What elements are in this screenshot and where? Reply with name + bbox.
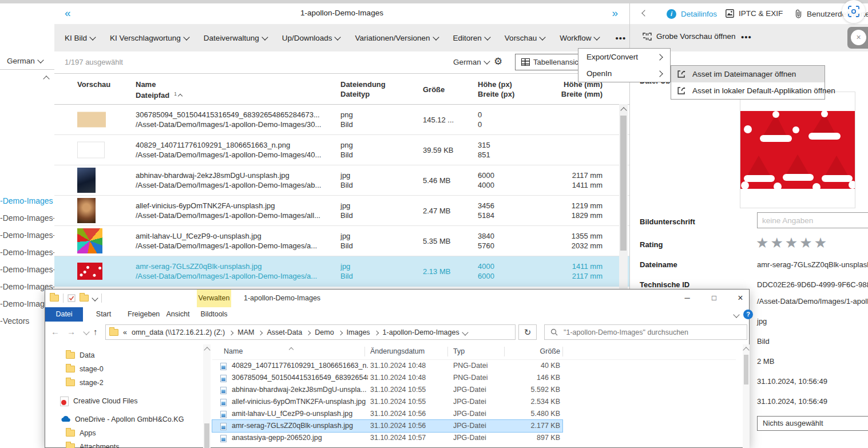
folder-icon[interactable] <box>50 295 59 302</box>
star-icon[interactable]: ★ <box>799 235 814 251</box>
customize-qat-icon[interactable] <box>92 295 98 301</box>
minimize-button[interactable]: ─ <box>677 290 697 306</box>
menu-variationen-versionen[interactable]: Variationen/Versionen <box>355 34 438 42</box>
manage-ribbon-tab[interactable]: Verwalten <box>197 290 231 307</box>
file-row[interactable]: 40829_140711776109291_1806651663_n.png31… <box>212 360 562 372</box>
refresh-button[interactable]: ↻ <box>518 324 537 340</box>
scrollbar-thumb[interactable] <box>204 423 209 448</box>
tab-iptc-exif[interactable]: IPTC & EXIF <box>726 9 783 18</box>
sidebar-itemdemo-images-v[interactable]: -Demo-Images-V <box>0 261 54 278</box>
collapsed-crumbs[interactable]: « <box>123 328 127 336</box>
menu-workflow[interactable]: Workflow <box>560 34 599 42</box>
scrollbar-thumb[interactable] <box>744 355 748 384</box>
toolbar-language-select[interactable]: German <box>453 58 489 66</box>
file-row[interactable]: amr-serag-7GLsZZ0qBlk-unsplash.jpg31.10.… <box>212 420 562 432</box>
table-row[interactable]: amit-lahav-LU_fCezP9-o-unsplash.jpg/Asse… <box>54 226 629 256</box>
column-header-type[interactable]: Typ <box>453 347 465 355</box>
file-row[interactable]: abhinav-bhardwaj-2ekzJ8smDgU-unspla...31… <box>212 384 562 396</box>
column-header-groesse[interactable]: Größe <box>423 85 475 94</box>
close-button[interactable]: × <box>731 290 750 306</box>
selection-dropdown[interactable]: Nichts ausgewählt <box>757 416 868 431</box>
tree-item-creative-cloud-files[interactable]: Creative Cloud Files <box>60 395 138 407</box>
submenu-item-asset-im-dateimanager-öffnen[interactable]: Asset im Dateimanager öffnen <box>671 66 825 82</box>
menu-vorschau[interactable]: Vorschau <box>505 34 545 42</box>
close-panel-button[interactable]: × <box>847 27 868 49</box>
star-icon[interactable]: ★ <box>770 235 784 251</box>
file-row[interactable]: anastasiya-gepp-206520.jpg31.10.2024 10:… <box>212 432 562 444</box>
explorer-titlebar[interactable]: Verwalten 1-apollon-Demo-Images ─ □ × <box>45 290 749 307</box>
rating-stars[interactable]: ★★★★★ <box>756 235 829 251</box>
breadcrumb-segment[interactable]: omn_data (\\172.16.21.2) (Z:) <box>132 328 225 336</box>
column-header-vorschau[interactable]: Vorschau <box>77 80 107 89</box>
explorer-search-input[interactable]: "1-apollon-Demo-Images" durchsuchen <box>544 324 747 340</box>
tab-detailinfos[interactable]: iDetailinfos <box>667 9 717 19</box>
ribbon-tab-start[interactable]: Start <box>91 307 116 322</box>
screen-capture-button[interactable] <box>842 0 865 23</box>
forward-icon[interactable]: → <box>67 327 76 336</box>
breadcrumb-segment[interactable]: 1-apollon-Demo-Images <box>383 328 459 336</box>
ribbon-tab-bildtools[interactable]: Bildtools <box>197 307 231 322</box>
star-icon[interactable]: ★ <box>814 235 829 251</box>
table-row[interactable]: 306785094_501504415316549_68392654865284… <box>54 105 629 135</box>
help-button[interactable]: ? <box>743 310 753 319</box>
scroll-up-icon[interactable] <box>204 347 210 353</box>
table-row[interactable]: allef-vinicius-6ypOmTNK2FA-unsplash.jpg/… <box>54 196 629 226</box>
maximize-button[interactable]: □ <box>704 290 724 306</box>
next-collection-button[interactable]: » <box>612 7 618 19</box>
sidebar-itemdemo-images-f[interactable]: -Demo-Images-F <box>0 209 54 227</box>
address-dropdown-icon[interactable] <box>462 329 468 335</box>
file-row[interactable]: 306785094_501504415316549_6839265486...3… <box>212 372 562 384</box>
ribbon-tab-ansicht[interactable]: Ansicht <box>165 307 191 322</box>
gear-icon[interactable]: ⚙ <box>494 55 502 68</box>
tree-item-stage-2[interactable]: stage-2 <box>66 376 104 389</box>
tree-item-apps[interactable]: Apps <box>66 427 96 439</box>
address-bar[interactable]: « omn_data (\\172.16.21.2) (Z:)MAMAsset-… <box>105 324 516 340</box>
menu-more-button[interactable]: ••• <box>615 33 626 43</box>
tree-item-data[interactable]: Data <box>66 349 94 362</box>
menu-ki-verschlagwortung[interactable]: KI Verschlagwortung <box>110 34 189 42</box>
breadcrumb-segment[interactable]: Asset-Data <box>267 328 302 336</box>
tree-scrollbar[interactable] <box>203 344 211 448</box>
table-row[interactable]: abhinav-bhardwaj-2ekzJ8smDgU-unsplash.jp… <box>54 165 629 196</box>
submenu-item-asset-in-lokaler-default-applikation-öffnen[interactable]: Asset in lokaler Default-Applikation öff… <box>671 82 825 99</box>
star-icon[interactable]: ★ <box>785 235 799 251</box>
sidebar-itemdemo-images-l[interactable]: -Demo-Images-L <box>0 244 54 261</box>
tree-item-attachments[interactable]: Attachments <box>66 441 119 448</box>
breadcrumb-segment[interactable]: Demo <box>315 328 334 336</box>
history-dropdown-icon[interactable] <box>83 328 89 335</box>
open-rough-preview-button[interactable]: Grobe Vorschau öffnen <box>643 32 736 41</box>
back-icon[interactable]: ← <box>51 327 60 336</box>
new-folder-icon[interactable] <box>80 295 89 302</box>
context-menu-item-openin[interactable]: OpenIn <box>578 65 670 82</box>
scroll-up-icon[interactable] <box>743 347 749 353</box>
scrollbar-thumb[interactable] <box>620 116 627 251</box>
up-icon[interactable]: ↑ <box>93 327 98 336</box>
table-row[interactable]: 40829_140711776109291_1806651663_n.png/A… <box>54 135 629 165</box>
star-icon[interactable]: ★ <box>756 235 770 251</box>
tree-item-onedrive-apollon-gmbh-co-kg[interactable]: OneDrive - Apollon GmbH&Co.KG <box>60 413 184 426</box>
column-header-size[interactable]: Größe <box>510 347 560 355</box>
menu-dateiverwaltung[interactable]: Dateiverwaltung <box>204 34 267 42</box>
properties-check-icon[interactable] <box>68 294 76 302</box>
menu-up-downloads[interactable]: Up/Downloads <box>282 34 340 42</box>
caption-input[interactable] <box>757 212 868 228</box>
table-scrollbar[interactable] <box>619 104 628 293</box>
breadcrumb-segment[interactable]: MAM <box>237 328 254 336</box>
column-header-dateiendung-dateityp[interactable]: DateiendungDateityp <box>340 80 403 99</box>
file-row[interactable]: allef-vinicius-6ypOmTNK2FA-unsplash.jpg3… <box>212 396 562 408</box>
column-header-hoehe-breite-mm[interactable]: Höhe (mm)Breite (mm) <box>528 80 603 99</box>
file-row[interactable]: amit-lahav-LU_fCezP9-o-unsplash.jpg31.10… <box>212 408 562 420</box>
table-row[interactable]: amr-serag-7GLsZZ0qBlk-unsplash.jpg/Asset… <box>54 256 629 287</box>
collapse-tree-icon[interactable] <box>43 76 49 82</box>
panel-back-icon[interactable] <box>641 10 648 16</box>
column-header-date[interactable]: Änderungsdatum <box>370 347 425 355</box>
sidebar-itemdemo-images[interactable]: -Demo-Images <box>0 192 54 209</box>
column-header-name[interactable]: Name <box>224 347 243 355</box>
menu-editoren[interactable]: Editoren <box>453 34 490 42</box>
context-menu-item-export-convert[interactable]: Export/Convert <box>578 49 670 65</box>
scroll-up-icon[interactable] <box>620 107 627 113</box>
sidebar-itemdemo-images-f[interactable]: -Demo-Images-F <box>0 227 54 244</box>
tree-item-stage-0[interactable]: stage-0 <box>66 363 104 375</box>
column-header-name-dateipfad[interactable]: Name Dateipfad1 <box>136 80 336 101</box>
menu-ki-bild[interactable]: KI Bild <box>65 34 95 42</box>
